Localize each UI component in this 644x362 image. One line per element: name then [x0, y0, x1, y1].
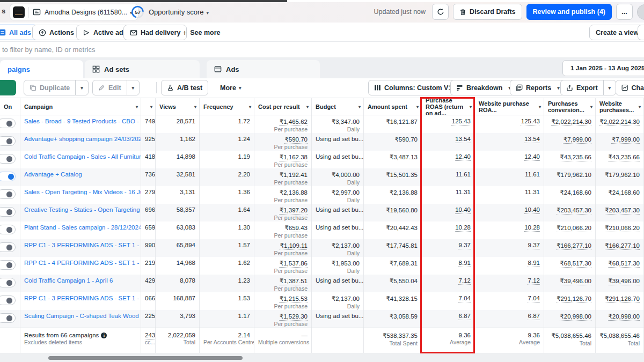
column-header-budget[interactable]: Budget — [312, 98, 364, 115]
create-button-partial[interactable] — [0, 80, 16, 95]
view-settings-button[interactable] — [638, 25, 644, 40]
campaign-toggle[interactable] — [0, 172, 16, 181]
opportunity-score[interactable]: 57 Opportunity score — [130, 5, 209, 19]
cell-on — [0, 257, 20, 275]
sort-arrow-icon[interactable] — [539, 103, 541, 110]
purchases-value: ₹166,277.10 — [557, 242, 591, 249]
sort-arrow-icon[interactable] — [358, 103, 361, 110]
cell-n: 749 — [141, 115, 156, 133]
cost-value: ₹2,136.88 — [280, 189, 308, 196]
discard-drafts-button[interactable]: Discard Drafts — [453, 4, 522, 20]
budget-sublabel: Daily — [316, 268, 360, 274]
reports-button[interactable]: Reports — [510, 80, 566, 95]
date-range-label: 1 Jan 2025 - 13 Aug 2025 — [570, 64, 644, 72]
sort-arrow-icon[interactable] — [136, 103, 138, 110]
campaign-link[interactable]: Sales - Open Targeting - Mix Videos - 16… — [24, 189, 141, 195]
campaign-link[interactable]: Advantage+ shopping campaign 24/03/2025.… — [24, 136, 141, 142]
edit-button[interactable]: Edit — [92, 80, 140, 95]
summary-cell-web_purchases: ₹5,038,655.46Total — [596, 328, 644, 353]
column-header-campaign[interactable]: Campaign — [20, 98, 141, 115]
campaign-link[interactable]: Creative Testing - Statics - Open Target… — [24, 206, 140, 213]
campaign-link[interactable]: Advantage + Catalog — [24, 171, 82, 178]
campaign-link[interactable]: Plant Stand - Sales campaign - 28/12/202… — [24, 224, 141, 231]
campaign-link[interactable]: RPP C1 - 3 PERFORMING ADS - SET 1 - 5 Ma… — [24, 295, 141, 301]
campaign-toggle[interactable] — [0, 136, 16, 146]
tab-ad-sets[interactable]: Ad sets — [85, 60, 200, 78]
charts-button[interactable]: Charts — [616, 80, 644, 95]
campaign-toggle[interactable] — [0, 189, 16, 199]
campaign-toggle[interactable] — [0, 154, 16, 164]
sort-arrow-icon[interactable] — [416, 103, 419, 110]
create-view-button[interactable]: Create a view — [589, 25, 644, 40]
campaign-toggle[interactable] — [0, 225, 16, 234]
cell-spent: ₹2,136.88 — [364, 186, 422, 204]
duplicate-button[interactable]: Duplicate — [24, 80, 89, 95]
cell-spent: ₹5,550.04 — [364, 275, 422, 292]
column-header-spent[interactable]: Amount spent — [364, 98, 422, 115]
cell-purchases: ₹68,517.30 — [544, 257, 596, 275]
breakdown-button[interactable]: Breakdown — [450, 80, 517, 95]
campaign-toggle[interactable] — [0, 313, 16, 323]
flask-icon — [167, 84, 174, 91]
column-header-n[interactable] — [141, 98, 156, 115]
column-header-purchases[interactable]: Purchases conversion... — [544, 98, 596, 115]
column-header-roas[interactable]: Purchase ROAS (return on ad... — [422, 98, 475, 115]
sort-arrow-icon[interactable] — [249, 103, 251, 110]
column-header-on[interactable]: On — [0, 98, 20, 115]
campaign-toggle[interactable] — [0, 207, 16, 217]
sort-arrow-icon[interactable] — [470, 103, 472, 110]
sort-arrow-icon[interactable] — [590, 103, 592, 110]
filter-had-delivery[interactable]: Had delivery — [123, 25, 187, 40]
duplicate-icon — [30, 84, 36, 91]
campaign-toggle[interactable] — [0, 119, 16, 128]
ab-test-button[interactable]: A/B test — [161, 80, 208, 95]
sort-arrow-icon[interactable] — [306, 103, 309, 110]
web_purchases-value: ₹179,962.10 — [605, 172, 640, 178]
more-button[interactable]: More — [220, 80, 241, 95]
tab-ads[interactable]: Ads — [207, 60, 320, 78]
column-header-frequency[interactable]: Frequency — [200, 98, 254, 115]
tab-campaigns[interactable]: paigns — [0, 60, 83, 78]
cell-cost: ₹1,215.53Per purchase — [254, 292, 312, 310]
column-header-web_roas[interactable]: Website purchase ROA... — [475, 98, 544, 115]
column-header-views[interactable]: Views — [156, 98, 200, 115]
search-filter-bar[interactable]: to filter by name, ID or metrics — [0, 42, 644, 58]
sort-arrow-icon[interactable] — [150, 103, 152, 110]
export-button[interactable]: Export — [560, 80, 616, 95]
see-more-button[interactable]: + See more — [182, 25, 220, 40]
campaign-toggle[interactable] — [0, 260, 16, 270]
horizontal-scrollbar-thumb[interactable] — [48, 356, 243, 360]
edit-dropdown[interactable] — [127, 80, 140, 95]
campaign-link[interactable]: RPP C1 - 4 PERFORMING ADS - SET 1 - 8 Ju… — [24, 260, 141, 266]
duplicate-dropdown[interactable] — [75, 80, 88, 95]
refresh-button[interactable] — [432, 4, 449, 20]
export-dropdown[interactable] — [603, 80, 616, 95]
campaign-link[interactable]: Scaling Campaign - C-shaped Teak Wood Ta… — [24, 313, 141, 319]
column-header-web_purchases[interactable]: Website purchases... — [596, 98, 644, 115]
campaign-link[interactable]: RPP C1 - 3 PERFORMING ADS - SET 1 - Rela… — [24, 242, 141, 248]
sort-arrow-icon[interactable] — [194, 103, 196, 110]
cell-purchases: ₹203,457.30 — [544, 204, 596, 221]
profile-avatar[interactable] — [637, 4, 644, 20]
campaign-link[interactable]: Cold Traffic Campaign - Sales - All Furn… — [24, 153, 141, 160]
review-publish-button[interactable]: Review and publish (4) — [526, 4, 612, 20]
account-selector[interactable]: Amodha Designs (611580... — [10, 4, 138, 20]
more-options-button[interactable]: ... — [616, 4, 633, 20]
campaign-toggle[interactable] — [0, 242, 16, 252]
info-icon[interactable]: i — [101, 333, 107, 338]
column-header-cost[interactable]: Cost per result — [254, 98, 312, 115]
date-range-picker[interactable]: 1 Jan 2025 - 13 Aug 2025 — [562, 60, 644, 76]
filter-actions[interactable]: Actions — [32, 25, 80, 40]
campaign-link[interactable]: Sales - Broad - 9 Tested Products - CBO … — [24, 118, 141, 124]
purchases-value: ₹43,235.66 — [560, 154, 591, 160]
actions-icon — [39, 29, 46, 36]
sort-arrow-icon[interactable] — [639, 103, 641, 110]
campaign-toggle[interactable] — [0, 295, 16, 305]
campaign-toggle[interactable] — [0, 278, 16, 287]
campaign-link[interactable]: Cold Traffic Campaign 1 - April 6 — [24, 277, 113, 284]
web_roas-value: 13.54 — [524, 136, 540, 142]
cost-sublabel: Per purchase — [258, 144, 308, 150]
cell-roas: 6.87 — [422, 310, 475, 328]
cost-value: ₹659.43 — [285, 225, 308, 231]
cost-value: ₹1,465.62 — [280, 119, 308, 125]
